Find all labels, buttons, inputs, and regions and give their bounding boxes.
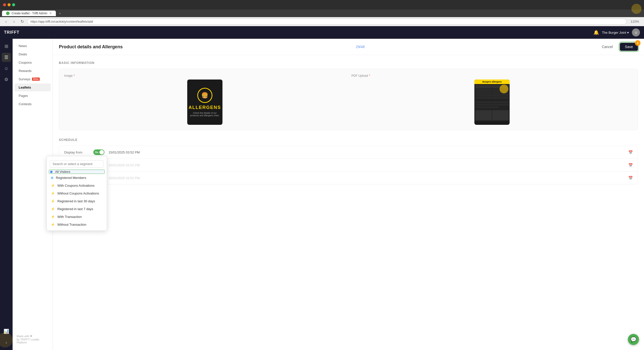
cancel-button[interactable]: Cancel xyxy=(598,43,617,51)
sidebar-label-rewards: Rewards xyxy=(19,69,31,73)
display-from-calendar-icon[interactable]: 📅 xyxy=(628,150,633,154)
segments-section-title: SEGMENTS xyxy=(59,200,638,204)
lightning-icon-4: ⚡ xyxy=(51,207,55,211)
schedule-section-title: SCHEDULE xyxy=(59,138,638,142)
chat-button[interactable]: 💬 xyxy=(628,334,639,345)
valid-until-datetime: 15/01/2025 03:52 PM xyxy=(108,176,624,180)
sidebar-label-news: News xyxy=(19,44,27,48)
dropdown-item-with-transaction[interactable]: ⚡ With Transaction xyxy=(47,213,107,221)
segment-dropdown: All Visitors Registered Members ⚡ With C… xyxy=(47,156,107,231)
image-required: * xyxy=(73,74,75,77)
dropdown-item-registered-7[interactable]: ⚡ Registered in last 7 days xyxy=(47,205,107,213)
restaurant-selector[interactable]: The Burger Joint ▾ xyxy=(602,31,629,34)
pdf-label: PDF Upload xyxy=(352,74,368,77)
without-transaction-label: Without Transaction xyxy=(57,223,86,226)
schedule-rows: Display from On 15/01/2025 03:52 PM 📅 xyxy=(59,146,638,184)
registered-30-label: Registered in last 30 days xyxy=(57,199,95,203)
basic-info-grid: Image * 🍔 ALLERGENS Check the details of… xyxy=(59,69,638,130)
beta-badge: Beta xyxy=(32,77,40,81)
sidebar-item-contests[interactable]: Contests xyxy=(15,100,51,108)
notification-bell-icon[interactable]: 🔔 xyxy=(593,30,599,35)
with-coupons-label: With Coupons Activations xyxy=(57,184,94,187)
dropdown-item-without-coupons[interactable]: ⚡ Without Coupons Activations xyxy=(47,189,107,197)
sidebar-label-surveys: Surveys xyxy=(19,77,30,81)
sidebar-item-coupons[interactable]: Coupons xyxy=(15,59,51,66)
with-transaction-label: With Transaction xyxy=(57,215,82,219)
restaurant-chevron-icon: ▾ xyxy=(627,31,629,34)
without-coupons-label: Without Coupons Activations xyxy=(57,191,99,195)
tab-title: Create leaflet - Trifft Admin xyxy=(12,12,47,15)
valid-from-calendar-icon[interactable]: 📅 xyxy=(628,163,633,167)
grid-icon[interactable]: ⊞ xyxy=(2,42,11,51)
all-visitors-dot xyxy=(50,171,53,173)
segment-search-input[interactable] xyxy=(50,160,104,168)
dropdown-item-registered-30[interactable]: ⚡ Registered in last 30 days xyxy=(47,197,107,205)
display-from-label: Display from xyxy=(64,150,89,154)
sidebar-item-rewards[interactable]: Rewards xyxy=(15,67,51,75)
refresh-button[interactable]: ↻ xyxy=(19,19,25,25)
display-from-toggle[interactable]: On xyxy=(93,149,104,155)
dropdown-item-with-coupons[interactable]: ⚡ With Coupons Activations xyxy=(47,182,107,189)
valid-until-row: Valid until Off 15/01/2025 03:52 PM 📅 xyxy=(59,172,638,184)
image-preview[interactable]: 🍔 ALLERGENS Check the details of our pro… xyxy=(64,80,346,125)
sidebar-label-leaflets: Leaflets xyxy=(19,86,31,89)
sidebar-item-leaflets[interactable]: Leaflets xyxy=(15,84,51,91)
made-with-text: Made with ❤ by TRIFFT Loyalty Platform xyxy=(13,332,53,347)
tab-favicon xyxy=(6,12,10,15)
browser-tab[interactable]: Create leaflet - Trifft Admin ✕ xyxy=(2,11,56,16)
display-from-row: Display from On 15/01/2025 03:52 PM 📅 xyxy=(59,146,638,159)
sidebar-item-surveys[interactable]: Surveys Beta xyxy=(15,75,51,83)
sidebar-label-pages: Pages xyxy=(19,94,28,98)
sidebar-item-pages[interactable]: Pages xyxy=(15,92,51,100)
new-tab-button[interactable]: + xyxy=(57,10,63,16)
basic-info-section-title: BASIC INFORMATION xyxy=(59,61,638,65)
avatar[interactable]: U xyxy=(632,28,640,36)
lightning-icon-5: ⚡ xyxy=(51,215,55,219)
image-field: Image * 🍔 ALLERGENS Check the details of… xyxy=(64,74,346,125)
pdf-preview-box: Burgers allergens xyxy=(474,80,510,125)
back-button[interactable]: ‹ xyxy=(3,19,9,25)
settings-icon[interactable]: ⚙ xyxy=(2,75,11,84)
valid-from-row: Valid from Off 15/01/2025 03:52 PM 📅 xyxy=(59,159,638,172)
app-header: TRIFFT 🔔 The Burger Joint ▾ U xyxy=(0,26,644,39)
dropdown-item-registered-members[interactable]: Registered Members xyxy=(47,174,107,182)
sidebar-item-deals[interactable]: Deals xyxy=(15,50,51,58)
restaurant-name-label: The Burger Joint xyxy=(602,31,626,34)
all-visitors-label: All Visitors xyxy=(55,170,70,174)
registered-members-dot xyxy=(51,177,53,179)
dropdown-item-all-visitors[interactable]: All Visitors xyxy=(49,170,105,174)
page-title: Product details and Allergens xyxy=(59,44,123,50)
registered-members-label: Registered Members xyxy=(56,176,86,180)
allergens-image: 🍔 ALLERGENS Check the details of our pro… xyxy=(187,80,222,125)
smiley-icon[interactable]: ☺ xyxy=(2,64,11,73)
step-indicator: 29/48 xyxy=(356,45,365,49)
lightning-icon-1: ⚡ xyxy=(51,184,55,187)
pinned-row: On Pinned t xyxy=(59,188,638,194)
schedule-section: SCHEDULE Display from On 15/01/2025 03:5… xyxy=(59,138,638,194)
dropdown-search-container xyxy=(47,158,107,170)
content-icon[interactable]: ☰ xyxy=(2,53,11,62)
dropdown-item-without-transaction[interactable]: ⚡ Without Transaction xyxy=(47,221,107,228)
valid-until-calendar-icon[interactable]: 📅 xyxy=(628,176,633,180)
chat-icon: 💬 xyxy=(630,336,637,342)
tab-close-icon[interactable]: ✕ xyxy=(49,12,52,15)
sidebar-label-deals: Deals xyxy=(19,52,27,56)
image-label: Image xyxy=(64,74,72,77)
forward-button[interactable]: › xyxy=(11,19,17,25)
sidebar-label-coupons: Coupons xyxy=(19,61,32,64)
zoom-level: 110% xyxy=(629,20,641,23)
lightning-icon-3: ⚡ xyxy=(51,199,55,203)
content-topbar: Product details and Allergens 29/48 Canc… xyxy=(53,39,644,55)
url-bar[interactable]: https://app.trifft.io/cacitokiy/content/… xyxy=(27,19,627,25)
sidebar-label-contests: Contests xyxy=(19,102,31,106)
main-content: Product details and Allergens 29/48 Canc… xyxy=(53,39,644,350)
icon-rail: ⊞ ☰ ☺ ⚙ 📊 ‹ xyxy=(0,39,13,350)
step-number-3: 3 xyxy=(635,40,640,46)
registered-7-label: Registered in last 7 days xyxy=(57,207,93,211)
pdf-field: PDF Upload * Burgers allergens xyxy=(352,74,633,125)
sidebar-item-news[interactable]: News xyxy=(15,42,51,50)
display-from-datetime: 15/01/2025 03:52 PM xyxy=(108,150,624,154)
pdf-preview[interactable]: Burgers allergens xyxy=(352,80,633,125)
valid-from-datetime: 15/01/2025 03:52 PM xyxy=(108,163,624,167)
trifft-logo: TRIFFT xyxy=(4,30,19,35)
